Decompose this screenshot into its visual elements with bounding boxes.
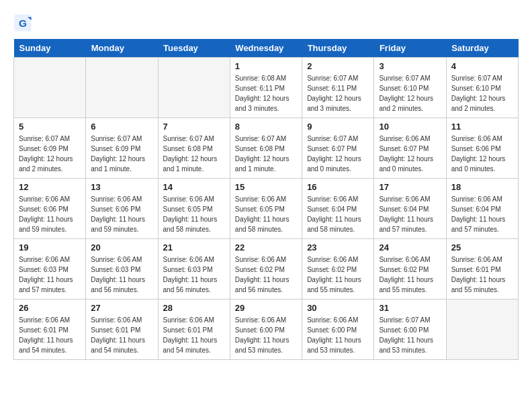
day-number: 16 xyxy=(307,182,369,192)
day-number: 17 xyxy=(379,182,441,192)
day-info: Sunrise: 6:07 AM Sunset: 6:10 PM Dayligh… xyxy=(379,73,441,113)
day-number: 18 xyxy=(451,182,513,192)
day-number: 21 xyxy=(163,242,225,253)
day-info: Sunrise: 6:06 AM Sunset: 6:04 PM Dayligh… xyxy=(307,194,369,234)
calendar-cell xyxy=(86,58,158,118)
day-info: Sunrise: 6:07 AM Sunset: 6:00 PM Dayligh… xyxy=(379,315,441,355)
calendar-cell: 3Sunrise: 6:07 AM Sunset: 6:10 PM Daylig… xyxy=(374,58,446,118)
day-info: Sunrise: 6:06 AM Sunset: 6:00 PM Dayligh… xyxy=(307,315,369,355)
day-number: 8 xyxy=(235,122,297,132)
day-number: 27 xyxy=(91,303,152,313)
day-info: Sunrise: 6:06 AM Sunset: 6:01 PM Dayligh… xyxy=(451,255,513,295)
day-info: Sunrise: 6:07 AM Sunset: 6:11 PM Dayligh… xyxy=(307,73,369,113)
day-info: Sunrise: 6:07 AM Sunset: 6:08 PM Dayligh… xyxy=(235,134,297,174)
day-info: Sunrise: 6:07 AM Sunset: 6:10 PM Dayligh… xyxy=(451,73,513,113)
day-number: 4 xyxy=(451,61,513,71)
day-info: Sunrise: 6:06 AM Sunset: 6:02 PM Dayligh… xyxy=(379,255,441,295)
day-info: Sunrise: 6:07 AM Sunset: 6:07 PM Dayligh… xyxy=(307,134,369,174)
calendar-cell: 22Sunrise: 6:06 AM Sunset: 6:02 PM Dayli… xyxy=(230,239,302,300)
day-header-tuesday: Tuesday xyxy=(158,39,230,58)
calendar-cell: 19Sunrise: 6:06 AM Sunset: 6:03 PM Dayli… xyxy=(14,239,86,300)
calendar-week-2: 12Sunrise: 6:06 AM Sunset: 6:06 PM Dayli… xyxy=(14,179,519,239)
calendar-cell: 10Sunrise: 6:06 AM Sunset: 6:07 PM Dayli… xyxy=(374,118,446,179)
day-info: Sunrise: 6:06 AM Sunset: 6:02 PM Dayligh… xyxy=(235,255,297,295)
day-number: 14 xyxy=(163,182,225,192)
calendar-cell: 14Sunrise: 6:06 AM Sunset: 6:05 PM Dayli… xyxy=(158,179,230,239)
calendar-cell: 23Sunrise: 6:06 AM Sunset: 6:02 PM Dayli… xyxy=(302,239,374,300)
calendar-cell: 24Sunrise: 6:06 AM Sunset: 6:02 PM Dayli… xyxy=(374,239,446,300)
day-number: 11 xyxy=(451,122,513,132)
calendar-week-0: 1Sunrise: 6:08 AM Sunset: 6:11 PM Daylig… xyxy=(14,58,519,118)
calendar-cell: 27Sunrise: 6:06 AM Sunset: 6:01 PM Dayli… xyxy=(86,300,158,360)
calendar-cell: 7Sunrise: 6:07 AM Sunset: 6:08 PM Daylig… xyxy=(158,118,230,179)
logo: G xyxy=(13,13,34,32)
calendar-cell: 13Sunrise: 6:06 AM Sunset: 6:06 PM Dayli… xyxy=(86,179,158,239)
day-number: 10 xyxy=(379,122,441,132)
calendar-week-3: 19Sunrise: 6:06 AM Sunset: 6:03 PM Dayli… xyxy=(14,239,519,300)
day-number: 25 xyxy=(451,242,513,253)
day-info: Sunrise: 6:06 AM Sunset: 6:01 PM Dayligh… xyxy=(19,315,81,355)
day-header-sunday: Sunday xyxy=(14,39,86,58)
calendar-cell: 20Sunrise: 6:06 AM Sunset: 6:03 PM Dayli… xyxy=(86,239,158,300)
day-header-monday: Monday xyxy=(86,39,158,58)
calendar-cell: 6Sunrise: 6:07 AM Sunset: 6:09 PM Daylig… xyxy=(86,118,158,179)
calendar-cell: 31Sunrise: 6:07 AM Sunset: 6:00 PM Dayli… xyxy=(374,300,446,360)
day-number: 24 xyxy=(379,242,441,253)
calendar-cell: 25Sunrise: 6:06 AM Sunset: 6:01 PM Dayli… xyxy=(446,239,518,300)
calendar-cell: 21Sunrise: 6:06 AM Sunset: 6:03 PM Dayli… xyxy=(158,239,230,300)
day-info: Sunrise: 6:07 AM Sunset: 6:08 PM Dayligh… xyxy=(163,134,225,174)
day-number: 7 xyxy=(163,122,225,132)
calendar-cell xyxy=(14,58,86,118)
day-number: 29 xyxy=(235,303,297,313)
day-number: 9 xyxy=(307,122,369,132)
calendar-week-4: 26Sunrise: 6:06 AM Sunset: 6:01 PM Dayli… xyxy=(14,300,519,360)
day-number: 13 xyxy=(91,182,152,192)
calendar-cell: 4Sunrise: 6:07 AM Sunset: 6:10 PM Daylig… xyxy=(446,58,518,118)
calendar-cell: 26Sunrise: 6:06 AM Sunset: 6:01 PM Dayli… xyxy=(14,300,86,360)
calendar-cell: 11Sunrise: 6:06 AM Sunset: 6:06 PM Dayli… xyxy=(446,118,518,179)
calendar-cell: 28Sunrise: 6:06 AM Sunset: 6:01 PM Dayli… xyxy=(158,300,230,360)
calendar-header: SundayMondayTuesdayWednesdayThursdayFrid… xyxy=(14,39,519,58)
day-info: Sunrise: 6:06 AM Sunset: 6:03 PM Dayligh… xyxy=(163,255,225,295)
day-info: Sunrise: 6:06 AM Sunset: 6:00 PM Dayligh… xyxy=(235,315,297,355)
calendar-cell: 5Sunrise: 6:07 AM Sunset: 6:09 PM Daylig… xyxy=(14,118,86,179)
day-info: Sunrise: 6:06 AM Sunset: 6:06 PM Dayligh… xyxy=(91,194,152,234)
day-info: Sunrise: 6:06 AM Sunset: 6:06 PM Dayligh… xyxy=(19,194,81,234)
calendar-cell: 16Sunrise: 6:06 AM Sunset: 6:04 PM Dayli… xyxy=(302,179,374,239)
calendar-cell xyxy=(446,300,518,360)
day-info: Sunrise: 6:06 AM Sunset: 6:04 PM Dayligh… xyxy=(451,194,513,234)
day-number: 3 xyxy=(379,61,441,71)
calendar-cell: 29Sunrise: 6:06 AM Sunset: 6:00 PM Dayli… xyxy=(230,300,302,360)
day-header-saturday: Saturday xyxy=(446,39,518,58)
svg-text:G: G xyxy=(19,17,27,29)
day-number: 31 xyxy=(379,303,441,313)
day-info: Sunrise: 6:06 AM Sunset: 6:01 PM Dayligh… xyxy=(91,315,152,355)
day-header-friday: Friday xyxy=(374,39,446,58)
day-info: Sunrise: 6:06 AM Sunset: 6:04 PM Dayligh… xyxy=(379,194,441,234)
day-info: Sunrise: 6:06 AM Sunset: 6:07 PM Dayligh… xyxy=(379,134,441,174)
day-info: Sunrise: 6:06 AM Sunset: 6:05 PM Dayligh… xyxy=(235,194,297,234)
calendar-body: 1Sunrise: 6:08 AM Sunset: 6:11 PM Daylig… xyxy=(14,58,519,360)
calendar-cell: 9Sunrise: 6:07 AM Sunset: 6:07 PM Daylig… xyxy=(302,118,374,179)
calendar-cell: 18Sunrise: 6:06 AM Sunset: 6:04 PM Dayli… xyxy=(446,179,518,239)
calendar-cell: 2Sunrise: 6:07 AM Sunset: 6:11 PM Daylig… xyxy=(302,58,374,118)
day-number: 5 xyxy=(19,122,81,132)
day-info: Sunrise: 6:06 AM Sunset: 6:01 PM Dayligh… xyxy=(163,315,225,355)
day-info: Sunrise: 6:07 AM Sunset: 6:09 PM Dayligh… xyxy=(19,134,81,174)
day-number: 30 xyxy=(307,303,369,313)
day-info: Sunrise: 6:06 AM Sunset: 6:06 PM Dayligh… xyxy=(451,134,513,174)
page-header: G xyxy=(13,13,519,32)
day-header-thursday: Thursday xyxy=(302,39,374,58)
day-number: 6 xyxy=(91,122,152,132)
day-info: Sunrise: 6:06 AM Sunset: 6:05 PM Dayligh… xyxy=(163,194,225,234)
day-info: Sunrise: 6:06 AM Sunset: 6:02 PM Dayligh… xyxy=(307,255,369,295)
calendar-cell: 15Sunrise: 6:06 AM Sunset: 6:05 PM Dayli… xyxy=(230,179,302,239)
day-info: Sunrise: 6:06 AM Sunset: 6:03 PM Dayligh… xyxy=(19,255,81,295)
calendar-cell: 12Sunrise: 6:06 AM Sunset: 6:06 PM Dayli… xyxy=(14,179,86,239)
day-number: 26 xyxy=(19,303,81,313)
day-number: 2 xyxy=(307,61,369,71)
day-number: 28 xyxy=(163,303,225,313)
day-number: 15 xyxy=(235,182,297,192)
day-info: Sunrise: 6:08 AM Sunset: 6:11 PM Dayligh… xyxy=(235,73,297,113)
day-number: 20 xyxy=(91,242,152,253)
